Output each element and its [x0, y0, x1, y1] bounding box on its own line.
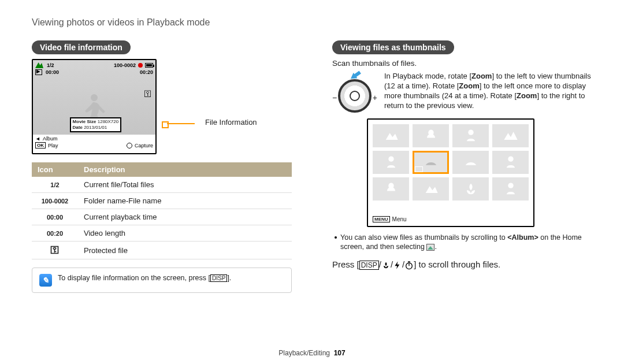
- video-length: 00:20: [140, 69, 153, 75]
- thumb-item: [373, 177, 409, 200]
- note-text: To display file information on the scree…: [58, 274, 231, 282]
- video-mode-icon: [35, 69, 42, 75]
- svg-point-3: [508, 183, 513, 188]
- timer-icon: [404, 261, 414, 270]
- note-box: ✎ To display file information on the scr…: [32, 268, 292, 293]
- thumb-item: [452, 151, 489, 174]
- page-footer: Playback/Editing 107: [0, 349, 624, 357]
- callout-line: [167, 123, 195, 124]
- thumb-item: [373, 124, 409, 147]
- thumb-item: [492, 177, 529, 200]
- play-label: Play: [48, 143, 58, 148]
- section-heading-video-info: Video file information: [32, 40, 131, 54]
- callout-text: File Information: [205, 118, 257, 127]
- bullet-note: You can also view files as thumbnails by…: [335, 233, 592, 251]
- back-arrow-icon: ◄: [35, 136, 40, 142]
- flash-icon: [393, 261, 402, 270]
- th-desc: Description: [78, 162, 292, 177]
- disp-button-icon: DISP: [210, 274, 227, 282]
- svg-point-2: [508, 157, 513, 162]
- page-title: Viewing photos or videos in Playback mod…: [32, 17, 592, 28]
- lock-icon: ⚿: [144, 89, 152, 98]
- album-thumb-icon: [426, 244, 434, 251]
- file-info-overlay: Movie Size 1280X720 Date 2013/01/01: [70, 117, 122, 132]
- thumb-item: [492, 151, 529, 174]
- thumb-item: [413, 177, 449, 200]
- thumb-item: [413, 124, 449, 147]
- capture-label: Capture: [135, 143, 153, 148]
- zoom-dial-figure: [332, 71, 377, 113]
- current-time: 00:00: [46, 69, 59, 75]
- thumbnail-grid-preview: MENU Menu: [367, 118, 534, 227]
- scan-text: Scan thumbnails of files.: [332, 59, 592, 68]
- zoom-dial-icon: [338, 79, 372, 113]
- thumb-item-selected: [413, 151, 449, 174]
- ok-button-icon: OK: [35, 142, 46, 148]
- th-icon: Icon: [32, 162, 78, 177]
- thumb-item: [373, 151, 409, 174]
- macro-icon: [381, 261, 391, 270]
- table-row: ⚿Protected file: [32, 242, 292, 259]
- note-info-icon: ✎: [39, 274, 52, 287]
- menu-button-icon: MENU: [373, 216, 390, 222]
- disp-button-icon: DISP: [359, 261, 379, 270]
- table-row: 100-0002Folder name-File name: [32, 193, 292, 209]
- thumb-item: [452, 124, 489, 147]
- left-column: Video file information 1/2 100-0002: [32, 40, 292, 293]
- menu-label: Menu: [392, 216, 407, 222]
- table-row: 00:20Video length: [32, 225, 292, 242]
- photo-icon: [35, 62, 43, 68]
- battery-icon: [145, 63, 153, 68]
- svg-point-1: [388, 157, 393, 162]
- right-column: Viewing files as thumbnails Scan thumbna…: [332, 40, 592, 293]
- thumb-item: [492, 124, 529, 147]
- album-label: Album: [43, 136, 58, 142]
- record-dot-icon: [138, 63, 143, 68]
- table-row: 00:00Current playback time: [32, 209, 292, 225]
- lock-icon: ⚿: [50, 245, 60, 255]
- icon-description-table: Icon Description 1/2Current file/Total f…: [32, 162, 292, 259]
- svg-point-0: [468, 130, 473, 135]
- section-heading-thumbnails: Viewing files as thumbnails: [332, 40, 454, 54]
- zoom-dial-text: In Playback mode, rotate [Zoom] to the l…: [384, 71, 592, 110]
- video-preview: 1/2 100-0002 00:00 00:20 ⚿: [32, 59, 157, 154]
- press-instruction: Press [DISP///] to scroll through files.: [332, 259, 592, 270]
- flower-button-icon: [127, 143, 132, 148]
- file-id: 100-0002: [114, 62, 136, 68]
- file-counter: 1/2: [47, 62, 54, 68]
- thumb-item: [452, 177, 489, 200]
- table-row: 1/2Current file/Total files: [32, 177, 292, 193]
